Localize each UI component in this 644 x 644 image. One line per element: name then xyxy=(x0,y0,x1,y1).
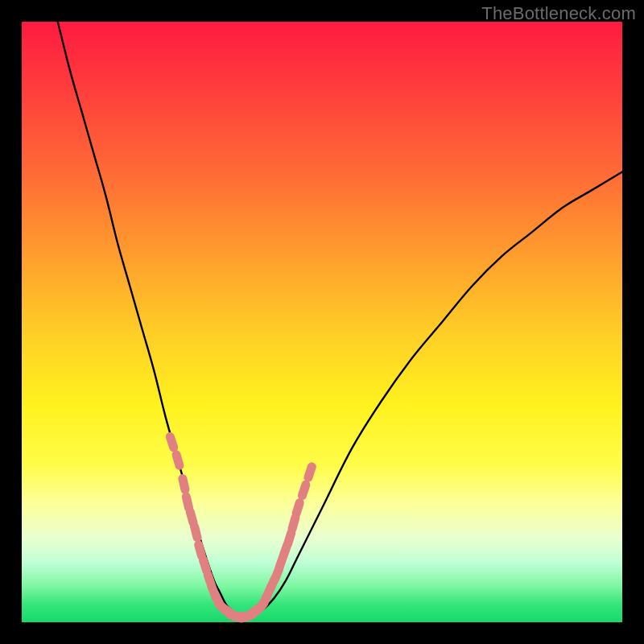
marker-dash xyxy=(183,479,185,490)
marker-dash xyxy=(195,526,197,538)
marker-dash xyxy=(302,485,305,495)
marker-dash xyxy=(296,503,299,514)
curve-svg xyxy=(22,22,622,622)
marker-dash xyxy=(176,455,180,465)
marker-dash xyxy=(170,437,173,448)
highlighted-segments xyxy=(170,437,312,618)
marker-dash xyxy=(308,467,312,477)
plot-area xyxy=(22,22,622,622)
marker-dash xyxy=(199,545,202,556)
marker-dash xyxy=(288,533,291,543)
chart-frame: TheBottleneck.com xyxy=(0,0,644,644)
bottleneck-curve-path xyxy=(58,22,622,617)
marker-dash xyxy=(292,518,295,528)
marker-dash xyxy=(190,512,193,522)
marker-dash xyxy=(203,559,206,570)
marker-dash xyxy=(186,497,188,508)
